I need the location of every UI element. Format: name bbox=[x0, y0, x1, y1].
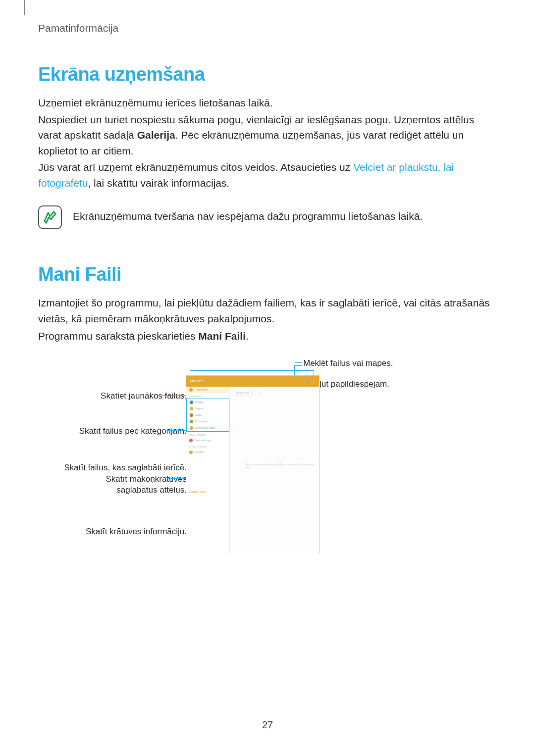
sidebar-cat-downloads[interactable]: Downloaded apps bbox=[187, 425, 229, 431]
note-icon bbox=[38, 205, 62, 229]
main-tabs: Recent files + bbox=[233, 390, 316, 399]
device-screenshot: My Files 🔍 ⋮ Recent files Categories bbox=[186, 375, 320, 554]
videos-icon bbox=[190, 407, 193, 410]
sidebar-cat-videos[interactable]: Videos bbox=[187, 405, 229, 412]
heading-screen-capture: Ekrāna uzņemšana bbox=[38, 64, 494, 85]
empty-state-text: After you access files using My Files, t… bbox=[245, 463, 316, 469]
main-pane: Recent files + After you access files us… bbox=[230, 387, 319, 554]
annotated-diagram: Meklēt failus vai mapes. Piekļūt papildi… bbox=[38, 361, 494, 569]
callout-search: Meklēt failus vai mapes. bbox=[303, 358, 393, 369]
dropbox-icon bbox=[189, 451, 193, 454]
cat-label: Documents bbox=[195, 420, 208, 423]
s1-p2: Nospiediet un turiet nospiestu sākuma po… bbox=[38, 112, 494, 159]
callout-local: Skatīt failus, kas saglabāti ierīcē. bbox=[64, 462, 187, 474]
app-header: My Files 🔍 ⋮ bbox=[186, 376, 319, 387]
device-storage-icon bbox=[189, 439, 193, 442]
sidebar-cat-docs[interactable]: Documents bbox=[187, 418, 229, 425]
cat-label: Images bbox=[195, 401, 203, 403]
downloads-icon bbox=[190, 426, 193, 430]
app-body: Recent files Categories Images Videos Au… bbox=[186, 387, 319, 554]
sidebar-cat-images[interactable]: Images bbox=[187, 399, 229, 405]
menu-icon[interactable]: ⋮ bbox=[312, 379, 315, 383]
sidebar-recent[interactable]: Recent files bbox=[186, 387, 229, 393]
section-my-files: Mani Faili Izmantojiet šo programmu, lai… bbox=[38, 264, 494, 569]
sidebar: Recent files Categories Images Videos Au… bbox=[186, 387, 230, 554]
s1-p3b: , lai skatītu vairāk informācijas. bbox=[88, 177, 229, 189]
callout-line bbox=[296, 362, 302, 363]
s2-p2: Programmu sarakstā pieskarieties Mani Fa… bbox=[38, 328, 494, 344]
docs-icon bbox=[190, 420, 193, 423]
page-left-rule bbox=[24, 0, 25, 15]
s1-p3: Jūs varat arī uzņemt ekrānuzņēmumus cito… bbox=[38, 159, 494, 191]
callout-line bbox=[294, 370, 301, 371]
cat-label: Audio bbox=[195, 413, 202, 416]
tab-recent-files[interactable]: Recent files bbox=[233, 390, 253, 396]
callout-line bbox=[307, 371, 307, 376]
sidebar-head-cloud: Cloud storage bbox=[186, 444, 229, 449]
running-header: Pamatinformācija bbox=[38, 22, 494, 34]
images-icon bbox=[190, 401, 193, 404]
heading-my-files: Mani Faili bbox=[38, 264, 494, 285]
callout-categories: Skatīt failus pēc kategorijām. bbox=[79, 426, 187, 437]
s1-p2b: Galerija bbox=[137, 129, 175, 141]
callout-storage: Skatīt krātuves informāciju. bbox=[86, 526, 187, 538]
s1-p3a: Jūs varat arī uzņemt ekrānuzņēmumus cito… bbox=[38, 161, 353, 173]
cat-label: Downloaded apps bbox=[195, 426, 215, 429]
sidebar-recent-label: Recent files bbox=[195, 388, 208, 391]
page-content: Pamatinformācija Ekrāna uzņemšana Uzņemi… bbox=[38, 22, 494, 569]
sidebar-head-categories: Categories bbox=[186, 393, 229, 399]
tab-add[interactable]: + bbox=[256, 390, 263, 396]
note-row: Ekrānuzņēmuma tveršana nav iespējama daž… bbox=[38, 205, 494, 229]
search-icon[interactable]: 🔍 bbox=[304, 379, 309, 383]
callout-cloud: Skatīt mākoņkrātuvēs saglabātus attēlus. bbox=[88, 474, 187, 496]
sidebar-head-local: Local storage bbox=[186, 432, 229, 437]
callout-cloud-text: Skatīt mākoņkrātuvēs saglabātus attēlus. bbox=[106, 474, 187, 495]
page-number: 27 bbox=[262, 719, 273, 731]
clock-icon bbox=[189, 388, 193, 392]
cloud-label: Dropbox bbox=[195, 451, 204, 454]
s2-p1: Izmantojiet šo programmu, lai piekļūtu d… bbox=[38, 295, 494, 326]
local-label: Device storage bbox=[195, 439, 211, 442]
app-title: My Files bbox=[190, 379, 203, 383]
audio-icon bbox=[190, 413, 193, 417]
s2-p2a: Programmu sarakstā pieskarieties bbox=[38, 330, 198, 342]
callout-line bbox=[164, 531, 189, 531]
callout-line bbox=[295, 362, 295, 370]
sidebar-dropbox[interactable]: Dropbox bbox=[186, 449, 229, 455]
note-text: Ekrānuzņēmuma tveršana nav iespējama daž… bbox=[73, 208, 423, 224]
sidebar-storage-details[interactable]: Storage details bbox=[186, 490, 229, 493]
sidebar-categories-box: Images Videos Audio Documents Downloaded… bbox=[186, 399, 229, 432]
callout-line bbox=[191, 371, 191, 376]
callout-line bbox=[294, 365, 294, 370]
s2-p2b: Mani Faili bbox=[198, 330, 246, 342]
callout-recent: Skatiet jaunākos failus. bbox=[101, 391, 187, 402]
sidebar-device-storage[interactable]: Device storage bbox=[186, 437, 229, 444]
s1-p1: Uzņemiet ekrānuzņēmumu ierīces lietošana… bbox=[38, 95, 494, 111]
s2-p2c: . bbox=[246, 330, 249, 342]
callout-line bbox=[314, 371, 314, 376]
sidebar-cat-audio[interactable]: Audio bbox=[187, 412, 229, 418]
cat-label: Videos bbox=[195, 407, 203, 410]
